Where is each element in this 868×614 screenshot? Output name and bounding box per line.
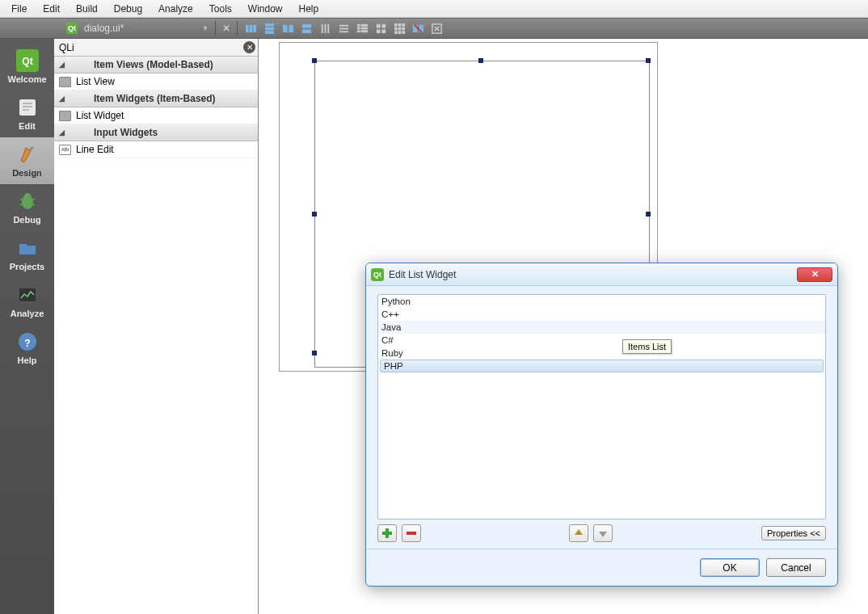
selection-handle-sw[interactable] (312, 351, 317, 355)
clear-filter-icon[interactable]: ✕ (243, 41, 255, 53)
layout-form-icon[interactable] (356, 22, 369, 36)
menu-tools[interactable]: Tools (201, 2, 240, 16)
svg-rect-0 (246, 24, 249, 32)
svg-rect-55 (382, 532, 392, 535)
dialog-body: Python C++ Java C# Ruby PHP Items List P… (366, 286, 837, 549)
widget-filter-box: ✕ (54, 39, 258, 57)
category-input-widgets-label: Input Widgets (94, 127, 158, 138)
menu-edit[interactable]: Edit (35, 2, 68, 16)
category-item-views-label: Item Views (Model-Based) (94, 59, 213, 70)
selection-handle-e[interactable] (646, 212, 651, 217)
widget-line-edit[interactable]: ABILine Edit (54, 141, 258, 158)
svg-rect-31 (402, 27, 406, 30)
svg-rect-8 (302, 23, 311, 27)
help-icon: ? (15, 330, 40, 354)
selection-handle-w[interactable] (312, 212, 317, 217)
mode-help[interactable]: ? Help (0, 325, 54, 372)
bug-icon (15, 189, 40, 213)
list-item[interactable]: Ruby (378, 347, 825, 360)
mode-sidebar: Qt Welcome Edit Design Debug Projects An… (0, 39, 54, 614)
list-item[interactable]: Java (378, 321, 825, 334)
menu-debug[interactable]: Debug (106, 2, 150, 16)
qt-file-icon: Qt (66, 23, 78, 34)
svg-rect-20 (357, 30, 360, 32)
selection-handle-n[interactable] (478, 58, 483, 63)
layout-hsplit-icon[interactable] (281, 22, 295, 36)
layout-horz-lines-icon[interactable] (337, 22, 351, 36)
list-item-selected[interactable]: PHP (380, 360, 824, 372)
svg-rect-34 (402, 31, 406, 34)
add-item-button[interactable] (377, 524, 397, 542)
mode-projects[interactable]: Projects (0, 231, 54, 278)
mode-design-label: Design (12, 168, 42, 178)
category-item-widgets[interactable]: ◢Item Widgets (Item-Based) (54, 90, 258, 107)
move-up-button[interactable] (569, 524, 588, 542)
adjust-size-icon[interactable] (430, 22, 444, 36)
layout-grid-icon[interactable] (393, 22, 407, 36)
file-name-label[interactable]: dialog.ui* (84, 23, 124, 34)
widget-list-widget-label: List Widget (76, 110, 124, 121)
svg-rect-5 (265, 31, 274, 34)
dialog-title-text: Edit List Widget (389, 269, 797, 280)
dialog-close-button[interactable]: ✕ (797, 267, 832, 282)
design-icon (15, 142, 40, 166)
svg-rect-16 (357, 23, 360, 26)
mode-design[interactable]: Design (0, 137, 54, 184)
file-dropdown-icon[interactable]: ▼ (201, 24, 209, 32)
list-view-icon (59, 77, 71, 87)
svg-rect-15 (339, 31, 348, 32)
layout-vsplit-icon[interactable] (300, 22, 314, 36)
svg-rect-1 (250, 24, 253, 32)
svg-text:?: ? (24, 338, 30, 349)
layout-v-icon[interactable] (263, 22, 276, 36)
layout-grid2-icon[interactable] (374, 22, 388, 36)
svg-rect-56 (407, 532, 416, 535)
mode-welcome[interactable]: Qt Welcome (0, 44, 54, 90)
menu-analyze[interactable]: Analyze (150, 2, 201, 16)
svg-rect-3 (265, 23, 274, 26)
layout-h-icon[interactable] (244, 22, 258, 36)
selection-handle-ne[interactable] (646, 58, 651, 63)
items-list[interactable]: Python C++ Java C# Ruby PHP Items List (377, 294, 826, 519)
close-file-icon[interactable]: ✕ (222, 23, 230, 34)
mode-analyze[interactable]: Analyze (0, 278, 54, 325)
move-down-button[interactable] (593, 524, 613, 542)
selection-handle-nw[interactable] (312, 58, 317, 63)
folder-icon (15, 236, 40, 260)
items-list-tooltip: Items List (622, 339, 672, 354)
line-edit-icon: ABI (59, 145, 71, 155)
menu-file[interactable]: File (3, 2, 35, 16)
ok-button[interactable]: OK (700, 558, 760, 577)
svg-rect-21 (361, 30, 368, 32)
dialog-titlebar[interactable]: Qt Edit List Widget ✕ (366, 263, 837, 286)
svg-rect-41 (19, 99, 36, 116)
svg-rect-29 (394, 27, 398, 30)
mode-debug[interactable]: Debug (0, 184, 54, 231)
list-item[interactable]: C# (378, 334, 825, 347)
widget-list-view[interactable]: List View (54, 74, 258, 90)
svg-rect-11 (325, 23, 327, 32)
list-item[interactable]: Python (378, 295, 825, 308)
category-item-views[interactable]: ◢Item Views (Model-Based) (54, 57, 258, 74)
svg-rect-18 (357, 27, 360, 29)
cancel-button[interactable]: Cancel (766, 558, 826, 577)
menu-bar: File Edit Build Debug Analyze Tools Wind… (0, 0, 868, 18)
layout-vert-lines-icon[interactable] (318, 22, 332, 36)
svg-rect-6 (283, 24, 288, 32)
category-input-widgets[interactable]: ◢Input Widgets (54, 124, 258, 141)
properties-toggle-button[interactable]: Properties << (761, 526, 826, 540)
svg-rect-28 (402, 23, 406, 26)
widget-filter-input[interactable] (54, 39, 258, 56)
qt-logo-icon: Qt (15, 48, 40, 73)
menu-build[interactable]: Build (68, 2, 106, 16)
list-item[interactable]: C++ (378, 308, 825, 321)
remove-item-button[interactable] (402, 524, 421, 542)
widget-list-widget[interactable]: List Widget (54, 107, 258, 124)
mode-help-label: Help (18, 355, 37, 365)
mode-edit[interactable]: Edit (0, 90, 54, 137)
menu-help[interactable]: Help (291, 2, 327, 16)
toolbar: Qt dialog.ui* ▼ ✕ (0, 18, 868, 39)
mode-edit-label: Edit (19, 121, 36, 131)
menu-window[interactable]: Window (240, 2, 291, 16)
break-layout-icon[interactable] (411, 22, 425, 36)
